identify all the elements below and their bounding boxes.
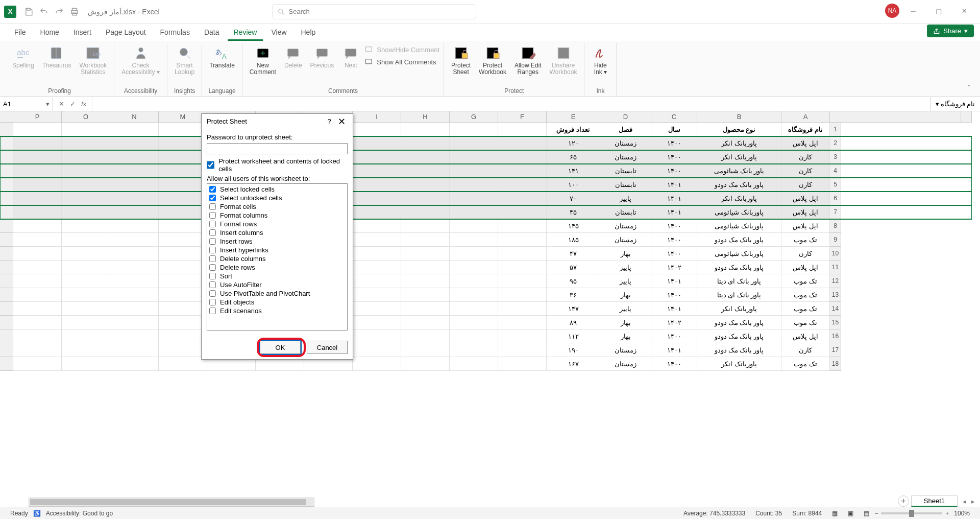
cell[interactable]: ۱۶۷ bbox=[547, 357, 600, 371]
cell[interactable]: نوع محصول bbox=[697, 123, 781, 136]
permissions-listbox[interactable]: Select locked cellsSelect unlocked cells… bbox=[207, 183, 348, 331]
permission-checkbox[interactable] bbox=[209, 308, 216, 314]
permission-checkbox[interactable] bbox=[209, 281, 216, 288]
cell[interactable]: ۱۴۰۰ bbox=[651, 288, 697, 302]
select-all-corner[interactable] bbox=[0, 111, 13, 122]
dialog-help-icon[interactable]: ? bbox=[323, 117, 335, 125]
permission-checkbox[interactable] bbox=[209, 221, 216, 227]
col-header-M[interactable]: M bbox=[159, 111, 207, 122]
ribbon-translate-button[interactable]: あATranslate bbox=[206, 44, 238, 70]
col-header-H[interactable]: H bbox=[401, 111, 450, 122]
new-sheet-button[interactable]: + bbox=[898, 496, 909, 507]
tab-data[interactable]: Data bbox=[198, 25, 226, 41]
cell[interactable]: تک موب bbox=[781, 357, 830, 371]
ok-button[interactable]: OK bbox=[260, 341, 301, 354]
cell[interactable]: زمستان bbox=[600, 150, 651, 164]
cell[interactable]: پاوربانک انکر bbox=[697, 136, 781, 150]
save-icon[interactable] bbox=[21, 5, 36, 19]
cell[interactable]: ۴۷ bbox=[547, 247, 600, 261]
cell[interactable]: ۱۴۰۱ bbox=[651, 178, 697, 192]
cell[interactable]: ۴۵ bbox=[547, 205, 600, 219]
permission-insert-hyperlinks[interactable]: Insert hyperlinks bbox=[208, 246, 346, 254]
row-header-12[interactable]: 12 bbox=[830, 274, 841, 288]
cell[interactable]: ۱۴۰۰ bbox=[651, 164, 697, 178]
cell[interactable]: ۱۴۰۰ bbox=[651, 233, 697, 247]
sheet-tab-sheet1[interactable]: Sheet1 bbox=[911, 496, 958, 507]
cell[interactable]: پاور بانک ای دیتا bbox=[697, 288, 781, 302]
cell[interactable]: پاییز bbox=[600, 192, 651, 205]
cell[interactable]: پاوربانک انکر bbox=[697, 302, 781, 316]
row-header-6[interactable]: 6 bbox=[830, 192, 841, 205]
ribbon-show-all-comments[interactable]: Show All Comments bbox=[364, 57, 439, 66]
view-page-break-icon[interactable]: ▤ bbox=[864, 510, 869, 517]
dialog-titlebar[interactable]: Protect Sheet ? ✕ bbox=[202, 114, 353, 129]
cell[interactable]: ۱۴۰۲ bbox=[651, 261, 697, 274]
cell[interactable]: پاوربانک انکر bbox=[697, 150, 781, 164]
cell[interactable]: پاوربانک شیائومی bbox=[697, 205, 781, 219]
share-button[interactable]: Share ▾ bbox=[927, 25, 974, 37]
permission-checkbox[interactable] bbox=[209, 290, 216, 297]
cell[interactable]: بهار bbox=[600, 329, 651, 343]
cell[interactable]: ۱۴۱ bbox=[547, 164, 600, 178]
col-header-C[interactable]: C bbox=[651, 111, 697, 122]
search-box[interactable]: Search bbox=[272, 4, 476, 19]
cell[interactable]: ۱۸۵ bbox=[547, 233, 600, 247]
zoom-out-icon[interactable]: − bbox=[874, 510, 878, 517]
dialog-close-icon[interactable]: ✕ bbox=[335, 116, 348, 127]
cell[interactable]: اپل پلاس bbox=[781, 261, 830, 274]
cell[interactable]: پاور بانک مک دودو bbox=[697, 261, 781, 274]
cell[interactable]: پاور بانک ای دیتا bbox=[697, 274, 781, 288]
cell[interactable]: بهار bbox=[600, 288, 651, 302]
tab-review[interactable]: Review bbox=[228, 25, 263, 41]
permission-sort[interactable]: Sort bbox=[208, 272, 346, 280]
cell[interactable]: ۳۶ bbox=[547, 288, 600, 302]
permission-select-locked-cells[interactable]: Select locked cells bbox=[208, 185, 346, 194]
zoom-slider[interactable]: − + bbox=[874, 510, 949, 517]
cell[interactable]: ۱۴۰۰ bbox=[651, 357, 697, 371]
permission-checkbox[interactable] bbox=[209, 229, 216, 236]
row-header-15[interactable]: 15 bbox=[830, 316, 841, 329]
permission-insert-rows[interactable]: Insert rows bbox=[208, 237, 346, 246]
col-header-B[interactable]: B bbox=[697, 111, 781, 122]
print-icon[interactable] bbox=[67, 5, 82, 19]
cell[interactable]: پاور بانک مک دودو bbox=[697, 343, 781, 357]
cell[interactable]: ۱۱۲ bbox=[547, 329, 600, 343]
col-header-D[interactable]: D bbox=[600, 111, 651, 122]
cell[interactable]: پاور بانک مک دودو bbox=[697, 233, 781, 247]
cell[interactable]: پاییز bbox=[600, 274, 651, 288]
cell[interactable]: ۵۷ bbox=[547, 261, 600, 274]
name-box-dropdown-icon[interactable]: ▾ bbox=[43, 100, 53, 108]
tab-help[interactable]: Help bbox=[295, 25, 322, 41]
permission-insert-columns[interactable]: Insert columns bbox=[208, 228, 346, 237]
col-header-E[interactable]: E bbox=[547, 111, 600, 122]
cell[interactable]: ۸۹ bbox=[547, 316, 600, 329]
permission-format-cells[interactable]: Format cells bbox=[208, 202, 346, 211]
cell[interactable]: نام فروشگاه bbox=[781, 123, 830, 136]
cell[interactable]: اپل پلاس bbox=[781, 219, 830, 233]
row-header-4[interactable]: 4 bbox=[830, 164, 841, 178]
cell[interactable]: ۱۴۵ bbox=[547, 219, 600, 233]
permission-use-autofilter[interactable]: Use AutoFilter bbox=[208, 280, 346, 289]
close-button[interactable]: ✕ bbox=[952, 3, 976, 18]
cell[interactable]: پاور بانک مک دودو bbox=[697, 329, 781, 343]
cell[interactable]: ۹۵ bbox=[547, 274, 600, 288]
cell[interactable]: تک موب bbox=[781, 302, 830, 316]
permission-checkbox[interactable] bbox=[209, 203, 216, 210]
col-header-I[interactable]: I bbox=[353, 111, 401, 122]
maximize-button[interactable]: ▢ bbox=[927, 3, 950, 18]
minimize-button[interactable]: ─ bbox=[901, 3, 925, 18]
tab-file[interactable]: File bbox=[8, 25, 32, 41]
cell[interactable]: زمستان bbox=[600, 343, 651, 357]
undo-icon[interactable] bbox=[37, 5, 51, 19]
permission-use-pivottable-and-pivotchart[interactable]: Use PivotTable and PivotChart bbox=[208, 289, 346, 298]
cell[interactable]: پاور بانک مک دودو bbox=[697, 316, 781, 329]
cell[interactable]: زمستان bbox=[600, 357, 651, 371]
permission-checkbox[interactable] bbox=[209, 238, 216, 245]
cell[interactable]: بهار bbox=[600, 247, 651, 261]
col-header-N[interactable]: N bbox=[110, 111, 159, 122]
row-header-10[interactable]: 10 bbox=[830, 247, 841, 261]
tab-insert[interactable]: Insert bbox=[67, 25, 97, 41]
formula-input[interactable] bbox=[92, 97, 930, 111]
collapse-ribbon-icon[interactable]: ˄ bbox=[963, 81, 975, 93]
cell[interactable]: کارن bbox=[781, 150, 830, 164]
